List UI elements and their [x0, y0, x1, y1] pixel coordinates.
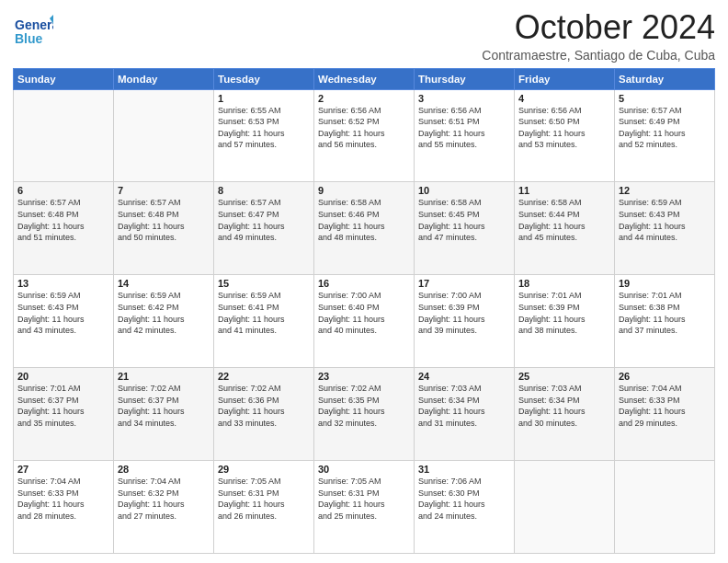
day-info: Sunrise: 6:57 AM Sunset: 6:48 PM Dayligh…	[17, 197, 109, 243]
day-info: Sunrise: 7:02 AM Sunset: 6:36 PM Dayligh…	[218, 383, 310, 429]
day-info: Sunrise: 7:01 AM Sunset: 6:38 PM Dayligh…	[619, 290, 711, 336]
day-info: Sunrise: 6:55 AM Sunset: 6:53 PM Dayligh…	[218, 105, 310, 151]
day-number: 15	[218, 278, 310, 289]
week-row-4: 20Sunrise: 7:01 AM Sunset: 6:37 PM Dayli…	[14, 368, 715, 461]
day-number: 13	[17, 278, 109, 289]
calendar-cell: 18Sunrise: 7:01 AM Sunset: 6:39 PM Dayli…	[515, 275, 615, 368]
day-info: Sunrise: 7:04 AM Sunset: 6:33 PM Dayligh…	[619, 383, 711, 429]
calendar-cell: 24Sunrise: 7:03 AM Sunset: 6:34 PM Dayli…	[415, 368, 515, 461]
day-info: Sunrise: 6:59 AM Sunset: 6:43 PM Dayligh…	[17, 290, 109, 336]
day-info: Sunrise: 6:57 AM Sunset: 6:49 PM Dayligh…	[619, 105, 711, 151]
day-number: 16	[318, 278, 410, 289]
calendar-cell: 11Sunrise: 6:58 AM Sunset: 6:44 PM Dayli…	[515, 182, 615, 275]
day-number: 28	[118, 464, 210, 475]
calendar-cell: 4Sunrise: 6:56 AM Sunset: 6:50 PM Daylig…	[515, 89, 615, 182]
day-number: 1	[218, 93, 310, 104]
calendar-cell: 25Sunrise: 7:03 AM Sunset: 6:34 PM Dayli…	[515, 368, 615, 461]
day-info: Sunrise: 7:01 AM Sunset: 6:39 PM Dayligh…	[518, 290, 610, 336]
calendar-cell: 29Sunrise: 7:05 AM Sunset: 6:31 PM Dayli…	[214, 461, 314, 554]
day-info: Sunrise: 7:04 AM Sunset: 6:32 PM Dayligh…	[118, 476, 210, 522]
day-info: Sunrise: 6:59 AM Sunset: 6:43 PM Dayligh…	[619, 197, 711, 243]
calendar-cell: 2Sunrise: 6:56 AM Sunset: 6:52 PM Daylig…	[314, 89, 415, 182]
day-info: Sunrise: 6:58 AM Sunset: 6:44 PM Dayligh…	[518, 197, 610, 243]
calendar-cell: 14Sunrise: 6:59 AM Sunset: 6:42 PM Dayli…	[114, 275, 214, 368]
col-header-tuesday: Tuesday	[214, 68, 314, 89]
day-number: 31	[418, 464, 510, 475]
day-number: 3	[418, 93, 510, 104]
calendar-cell: 26Sunrise: 7:04 AM Sunset: 6:33 PM Dayli…	[615, 368, 715, 461]
calendar-cell: 10Sunrise: 6:58 AM Sunset: 6:45 PM Dayli…	[415, 182, 515, 275]
day-number: 19	[619, 278, 711, 289]
title-block: October 2024 Contramaestre, Santiago de …	[482, 9, 715, 63]
header: General Blue October 2024 Contramaestre,…	[13, 9, 715, 63]
day-info: Sunrise: 7:02 AM Sunset: 6:35 PM Dayligh…	[318, 383, 410, 429]
day-number: 14	[118, 278, 210, 289]
day-number: 22	[218, 371, 310, 382]
col-header-wednesday: Wednesday	[314, 68, 415, 89]
day-number: 5	[619, 93, 711, 104]
day-number: 27	[17, 464, 109, 475]
calendar-cell: 21Sunrise: 7:02 AM Sunset: 6:37 PM Dayli…	[114, 368, 214, 461]
day-number: 23	[318, 371, 410, 382]
calendar-cell: 16Sunrise: 7:00 AM Sunset: 6:40 PM Dayli…	[314, 275, 415, 368]
week-row-5: 27Sunrise: 7:04 AM Sunset: 6:33 PM Dayli…	[14, 461, 715, 554]
calendar-cell: 1Sunrise: 6:55 AM Sunset: 6:53 PM Daylig…	[214, 89, 314, 182]
week-row-2: 6Sunrise: 6:57 AM Sunset: 6:48 PM Daylig…	[14, 182, 715, 275]
col-header-friday: Friday	[515, 68, 615, 89]
day-info: Sunrise: 7:03 AM Sunset: 6:34 PM Dayligh…	[418, 383, 510, 429]
calendar: SundayMondayTuesdayWednesdayThursdayFrid…	[13, 68, 715, 554]
calendar-cell: 12Sunrise: 6:59 AM Sunset: 6:43 PM Dayli…	[615, 182, 715, 275]
calendar-cell	[515, 461, 615, 554]
day-info: Sunrise: 6:59 AM Sunset: 6:41 PM Dayligh…	[218, 290, 310, 336]
calendar-cell: 13Sunrise: 6:59 AM Sunset: 6:43 PM Dayli…	[14, 275, 114, 368]
header-row: SundayMondayTuesdayWednesdayThursdayFrid…	[14, 68, 715, 89]
day-number: 24	[418, 371, 510, 382]
day-info: Sunrise: 7:00 AM Sunset: 6:40 PM Dayligh…	[318, 290, 410, 336]
day-info: Sunrise: 6:56 AM Sunset: 6:51 PM Dayligh…	[418, 105, 510, 151]
calendar-cell: 31Sunrise: 7:06 AM Sunset: 6:30 PM Dayli…	[415, 461, 515, 554]
calendar-cell: 23Sunrise: 7:02 AM Sunset: 6:35 PM Dayli…	[314, 368, 415, 461]
calendar-cell: 9Sunrise: 6:58 AM Sunset: 6:46 PM Daylig…	[314, 182, 415, 275]
calendar-cell: 8Sunrise: 6:57 AM Sunset: 6:47 PM Daylig…	[214, 182, 314, 275]
calendar-cell: 6Sunrise: 6:57 AM Sunset: 6:48 PM Daylig…	[14, 182, 114, 275]
calendar-cell: 7Sunrise: 6:57 AM Sunset: 6:48 PM Daylig…	[114, 182, 214, 275]
day-number: 17	[418, 278, 510, 289]
calendar-cell	[615, 461, 715, 554]
day-number: 29	[218, 464, 310, 475]
col-header-sunday: Sunday	[14, 68, 114, 89]
day-number: 8	[218, 185, 310, 196]
day-number: 7	[118, 185, 210, 196]
day-info: Sunrise: 6:58 AM Sunset: 6:45 PM Dayligh…	[418, 197, 510, 243]
day-info: Sunrise: 6:58 AM Sunset: 6:46 PM Dayligh…	[318, 197, 410, 243]
day-info: Sunrise: 7:00 AM Sunset: 6:39 PM Dayligh…	[418, 290, 510, 336]
day-info: Sunrise: 7:04 AM Sunset: 6:33 PM Dayligh…	[17, 476, 109, 522]
month-title: October 2024	[482, 9, 715, 46]
col-header-thursday: Thursday	[415, 68, 515, 89]
calendar-cell: 5Sunrise: 6:57 AM Sunset: 6:49 PM Daylig…	[615, 89, 715, 182]
day-number: 4	[518, 93, 610, 104]
subtitle: Contramaestre, Santiago de Cuba, Cuba	[482, 48, 715, 63]
day-number: 9	[318, 185, 410, 196]
day-number: 10	[418, 185, 510, 196]
day-number: 2	[318, 93, 410, 104]
calendar-cell: 15Sunrise: 6:59 AM Sunset: 6:41 PM Dayli…	[214, 275, 314, 368]
day-info: Sunrise: 7:01 AM Sunset: 6:37 PM Dayligh…	[17, 383, 109, 429]
week-row-3: 13Sunrise: 6:59 AM Sunset: 6:43 PM Dayli…	[14, 275, 715, 368]
day-info: Sunrise: 6:59 AM Sunset: 6:42 PM Dayligh…	[118, 290, 210, 336]
calendar-cell: 17Sunrise: 7:00 AM Sunset: 6:39 PM Dayli…	[415, 275, 515, 368]
day-info: Sunrise: 7:02 AM Sunset: 6:37 PM Dayligh…	[118, 383, 210, 429]
day-info: Sunrise: 7:05 AM Sunset: 6:31 PM Dayligh…	[218, 476, 310, 522]
day-number: 6	[17, 185, 109, 196]
calendar-cell	[114, 89, 214, 182]
day-info: Sunrise: 6:56 AM Sunset: 6:52 PM Dayligh…	[318, 105, 410, 151]
calendar-cell: 27Sunrise: 7:04 AM Sunset: 6:33 PM Dayli…	[14, 461, 114, 554]
svg-text:Blue: Blue	[15, 31, 43, 46]
day-number: 25	[518, 371, 610, 382]
col-header-monday: Monday	[114, 68, 214, 89]
calendar-cell	[14, 89, 114, 182]
calendar-cell: 30Sunrise: 7:05 AM Sunset: 6:31 PM Dayli…	[314, 461, 415, 554]
day-number: 20	[17, 371, 109, 382]
day-info: Sunrise: 7:05 AM Sunset: 6:31 PM Dayligh…	[318, 476, 410, 522]
day-number: 18	[518, 278, 610, 289]
calendar-cell: 3Sunrise: 6:56 AM Sunset: 6:51 PM Daylig…	[415, 89, 515, 182]
